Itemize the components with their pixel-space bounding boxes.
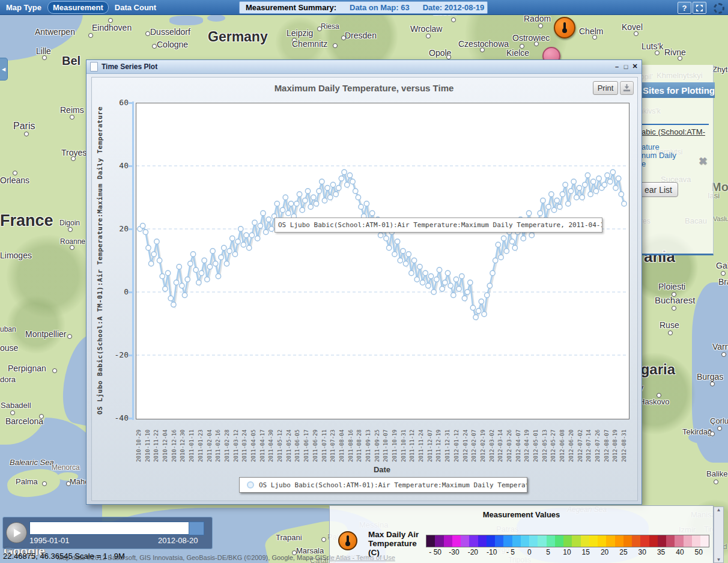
data-point[interactable] [596, 176, 601, 181]
data-point[interactable] [549, 192, 554, 196]
print-button[interactable]: Print [593, 81, 618, 95]
data-point[interactable] [426, 283, 431, 288]
remove-site-icon[interactable]: ✖ [699, 155, 707, 168]
data-point[interactable] [409, 270, 414, 275]
sidebar-collapse-tab[interactable]: ◀ [0, 58, 8, 81]
data-point[interactable] [445, 270, 450, 275]
data-point[interactable] [437, 267, 441, 272]
close-button[interactable]: ✕ [631, 62, 639, 71]
data-point[interactable] [356, 195, 360, 199]
data-point[interactable] [252, 220, 257, 225]
data-point[interactable] [219, 255, 223, 260]
maximize-button[interactable]: □ [622, 62, 630, 71]
data-point[interactable] [339, 176, 344, 181]
fullscreen-button[interactable] [693, 2, 706, 14]
data-point[interactable] [190, 252, 195, 257]
gear-icon[interactable] [714, 3, 724, 14]
clear-list-button[interactable]: ear List [639, 182, 678, 197]
play-button[interactable] [6, 522, 27, 543]
top-tab-data-count[interactable]: Data Count [110, 2, 161, 13]
data-point[interactable] [571, 179, 576, 184]
site-measurement-line[interactable]: e [642, 159, 646, 168]
data-point[interactable] [241, 242, 246, 247]
scroll-up-icon[interactable]: ▲ [717, 507, 721, 513]
data-point[interactable] [551, 207, 556, 212]
data-point[interactable] [479, 299, 484, 304]
data-point[interactable] [406, 252, 411, 257]
data-point[interactable] [333, 192, 338, 196]
data-point[interactable] [563, 182, 568, 187]
data-point[interactable] [605, 173, 610, 178]
data-point[interactable] [554, 198, 559, 203]
data-point[interactable] [280, 207, 285, 212]
data-point[interactable] [230, 236, 235, 241]
data-point[interactable] [378, 233, 383, 237]
data-point[interactable] [151, 252, 156, 257]
data-point[interactable] [557, 204, 562, 209]
data-point[interactable] [568, 189, 573, 193]
data-point[interactable] [448, 283, 453, 288]
data-point[interactable] [359, 204, 363, 209]
data-point[interactable] [560, 192, 565, 196]
data-point[interactable] [235, 239, 240, 244]
data-point[interactable] [320, 179, 324, 184]
data-point[interactable] [619, 192, 623, 196]
data-point[interactable] [210, 249, 215, 254]
data-point[interactable] [485, 293, 490, 297]
data-point[interactable] [330, 182, 335, 187]
data-point[interactable] [227, 249, 232, 254]
data-point[interactable] [261, 211, 265, 216]
data-point[interactable] [504, 249, 509, 254]
data-point[interactable] [398, 258, 402, 263]
data-point[interactable] [580, 195, 584, 199]
data-point[interactable] [188, 261, 193, 266]
data-point[interactable] [314, 201, 318, 206]
data-point[interactable] [193, 267, 198, 272]
data-point[interactable] [308, 204, 313, 209]
data-point[interactable] [266, 217, 271, 222]
data-point[interactable] [509, 239, 514, 244]
data-point[interactable] [174, 280, 178, 285]
data-point[interactable] [487, 283, 492, 288]
timeline-slider-track[interactable] [29, 522, 204, 535]
data-point[interactable] [602, 182, 607, 187]
data-point[interactable] [583, 182, 587, 187]
data-point[interactable] [616, 176, 620, 181]
data-point[interactable] [395, 239, 399, 244]
data-point[interactable] [428, 274, 433, 279]
data-point[interactable] [364, 201, 369, 206]
timeline-slider-handle[interactable] [189, 522, 204, 535]
data-point[interactable] [328, 195, 333, 199]
data-point[interactable] [146, 245, 151, 250]
data-point[interactable] [457, 287, 461, 291]
data-point[interactable] [473, 315, 478, 320]
site-measurement-line[interactable]: num Daily [642, 151, 676, 160]
chart-plot-area[interactable] [136, 103, 628, 418]
data-point[interactable] [462, 296, 467, 300]
site-link[interactable]: abic (School:ATM- [642, 127, 705, 136]
data-point[interactable] [443, 280, 447, 285]
data-point[interactable] [163, 287, 168, 291]
time-series-svg[interactable] [136, 103, 628, 418]
data-point[interactable] [608, 179, 613, 184]
terms-of-use-link[interactable]: le Atlas - Terms of Use [329, 554, 395, 561]
data-point[interactable] [482, 312, 487, 317]
data-point[interactable] [283, 195, 288, 199]
thermometer-marker[interactable] [554, 17, 575, 38]
data-point[interactable] [202, 258, 207, 263]
data-point[interactable] [541, 198, 545, 203]
data-point[interactable] [574, 195, 579, 199]
data-point[interactable] [345, 182, 350, 187]
data-point[interactable] [622, 201, 626, 206]
data-point[interactable] [476, 308, 481, 313]
data-point[interactable] [140, 224, 145, 228]
data-point[interactable] [431, 290, 436, 294]
data-point[interactable] [182, 293, 187, 297]
data-point[interactable] [294, 201, 299, 206]
data-point[interactable] [460, 274, 464, 279]
help-button[interactable]: ? [678, 2, 691, 14]
data-point[interactable] [392, 252, 397, 257]
data-point[interactable] [300, 207, 305, 212]
data-point[interactable] [470, 305, 475, 310]
data-point[interactable] [168, 296, 173, 300]
